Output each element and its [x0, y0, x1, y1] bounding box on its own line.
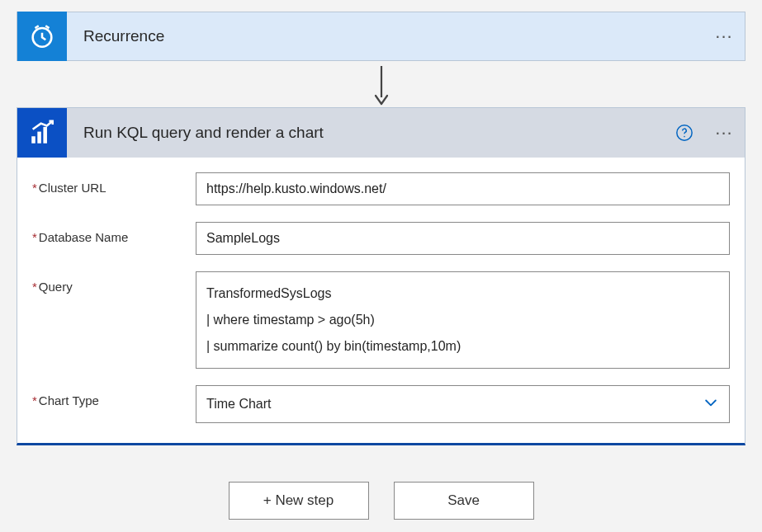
step-recurrence-title: Recurrence: [67, 27, 703, 45]
designer-canvas: Recurrence ··· Run KQL query and render …: [0, 0, 762, 528]
footer-actions: + New step Save: [17, 482, 745, 520]
step-kql-header[interactable]: Run KQL query and render a chart ···: [17, 108, 745, 158]
svg-rect-4: [43, 127, 47, 144]
label-query: Query: [32, 271, 196, 294]
flow-arrow: [17, 61, 745, 107]
step-kql-menu[interactable]: ···: [703, 122, 745, 144]
query-icon: [17, 108, 67, 158]
svg-rect-3: [37, 132, 41, 144]
input-database-name[interactable]: [196, 222, 730, 255]
input-cluster-url[interactable]: [196, 172, 730, 205]
save-button[interactable]: Save: [394, 482, 534, 520]
new-step-button[interactable]: + New step: [229, 482, 369, 520]
select-chart-type-value: Time Chart: [206, 397, 272, 412]
svg-rect-2: [31, 136, 35, 144]
step-recurrence[interactable]: Recurrence ···: [17, 12, 745, 61]
select-chart-type[interactable]: Time Chart: [196, 385, 730, 423]
label-chart-type: Chart Type: [32, 385, 196, 407]
label-cluster-url: Cluster URL: [32, 172, 196, 195]
help-icon[interactable]: [674, 122, 695, 144]
step-recurrence-menu[interactable]: ···: [703, 26, 745, 47]
svg-point-6: [684, 136, 685, 138]
step-kql: Run KQL query and render a chart ··· Clu…: [17, 107, 745, 445]
clock-icon: [17, 12, 67, 61]
step-kql-body: Cluster URL Database Name Query Transfor…: [17, 158, 745, 443]
label-database-name: Database Name: [32, 222, 196, 244]
step-kql-title: Run KQL query and render a chart: [67, 124, 674, 142]
input-query[interactable]: TransformedSysLogs | where timestamp > a…: [196, 271, 730, 369]
chevron-down-icon: [703, 394, 719, 414]
